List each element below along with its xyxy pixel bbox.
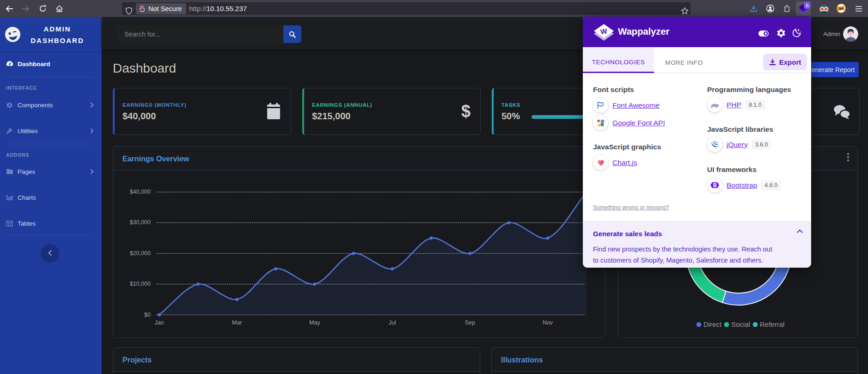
svg-text:Mar: Mar — [232, 319, 242, 326]
svg-text:$30,000: $30,000 — [130, 219, 151, 226]
svg-text:$40,000: $40,000 — [130, 189, 151, 195]
svg-text:Jan: Jan — [154, 319, 164, 326]
svg-text:Social: Social — [731, 320, 750, 328]
svg-text:Jul: Jul — [389, 319, 396, 326]
svg-text:$20,000: $20,000 — [130, 250, 151, 257]
svg-text:Direct: Direct — [703, 320, 722, 328]
svg-text:$0: $0 — [144, 312, 151, 318]
svg-text:php: php — [711, 103, 719, 108]
svg-text:$10,000: $10,000 — [130, 281, 151, 287]
svg-text:Nov: Nov — [543, 319, 553, 326]
svg-text:Sep: Sep — [465, 319, 475, 326]
svg-text:$: $ — [461, 103, 471, 121]
svg-text:Referral: Referral — [760, 320, 784, 328]
svg-text:May: May — [309, 319, 320, 326]
